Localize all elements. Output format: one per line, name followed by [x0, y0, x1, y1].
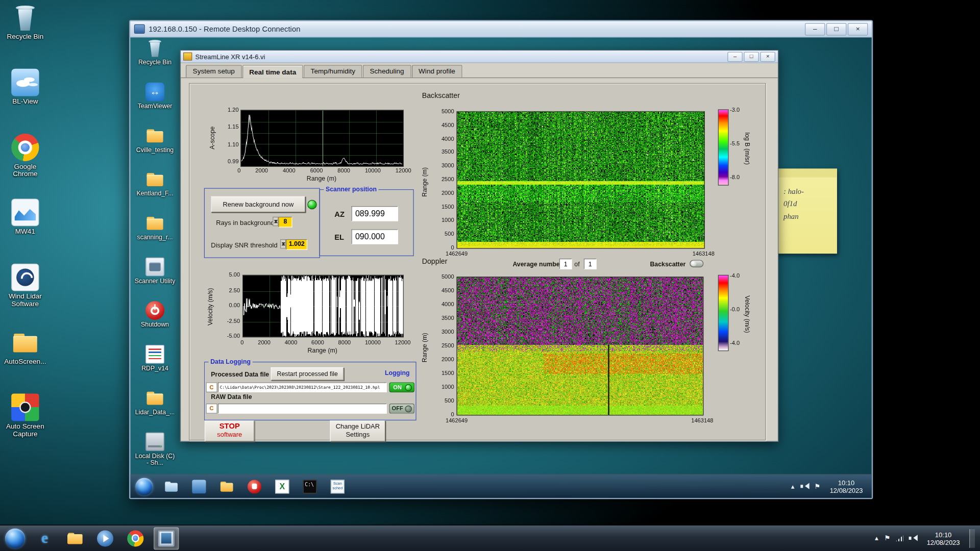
az-field[interactable]: 089.999: [352, 206, 398, 221]
rdp-maximize-button[interactable]: □: [826, 23, 846, 35]
desktop-icon[interactable]: Auto Screen Capture: [1, 393, 49, 458]
rdp-titlebar[interactable]: 192.168.0.150 - Remote Desktop Connectio…: [130, 21, 871, 38]
rdp-client-area: Recycle Bin TeamViewer Cville_testing: [130, 37, 871, 497]
desktop-icon[interactable]: MW41: [1, 198, 49, 263]
desktop-icon-label: AutoScreen...: [1, 357, 49, 365]
scan-scheduler[interactable]: [327, 477, 348, 496]
data-logging-panel: Data Logging Processed Data file Restart…: [204, 362, 416, 420]
desktop-icon-label: Scanner Utility: [134, 278, 176, 284]
change-lidar-settings-button[interactable]: Change LiDAR Settings: [330, 420, 386, 442]
start-button[interactable]: [5, 528, 25, 548]
desktop-icon[interactable]: scanning_r...: [134, 214, 176, 258]
desktop-icon-image: [145, 345, 164, 364]
network-icon[interactable]: [896, 535, 903, 541]
desktop-icon-image: [145, 301, 164, 320]
folder[interactable]: [216, 477, 237, 496]
desktop-icon[interactable]: Wind Lidar Software: [1, 264, 49, 329]
of-count-field[interactable]: 1: [584, 259, 597, 269]
tab-wind-profile[interactable]: Wind profile: [411, 65, 462, 77]
app-maximize-button[interactable]: □: [744, 52, 759, 62]
restart-processed-file-button[interactable]: Restart processed file: [271, 367, 344, 381]
up-arrow-icon[interactable]: ▴: [791, 483, 795, 490]
axis-tick: 12000: [395, 339, 411, 345]
remote-start-button[interactable]: [135, 478, 153, 495]
desktop-icon[interactable]: RDP_v14: [134, 345, 176, 389]
stop-software-button[interactable]: STOP software: [205, 420, 254, 442]
backscatter-heatmap: [457, 111, 705, 248]
volume-icon[interactable]: [800, 483, 808, 490]
processed-path-field[interactable]: C:\Lidar\Data\Proc\2023\202308\20230812\…: [218, 382, 387, 392]
tab-temp-humidity[interactable]: Temp/humidity: [304, 65, 362, 77]
desktop-icon[interactable]: Recycle Bin: [134, 39, 176, 83]
tab-system-setup[interactable]: System setup: [186, 65, 241, 77]
processed-drive-selector[interactable]: C: [206, 382, 217, 392]
windows-explorer[interactable]: [161, 477, 182, 496]
desktop-icon[interactable]: Local Disk (C) - Sh...: [134, 432, 176, 476]
velocity-plot: [242, 275, 404, 337]
rays-value-field[interactable]: 8: [278, 217, 292, 228]
desktop-icon[interactable]: Kentland_F...: [134, 170, 176, 214]
desktop-icon[interactable]: BL-View: [1, 69, 49, 134]
desktop-icon[interactable]: Cville_testing: [134, 126, 176, 170]
el-field[interactable]: 090.000: [352, 229, 398, 244]
doppler-x-end: 1463148: [680, 417, 724, 423]
backscatter-colorbar: [718, 109, 729, 185]
axis-tick: 2.50: [229, 287, 240, 293]
tab-scheduling[interactable]: Scheduling: [363, 65, 411, 77]
remote-app[interactable]: [188, 477, 210, 496]
rays-spinner[interactable]: [273, 217, 278, 226]
app-titlebar[interactable]: StreamLine XR v14-6.vi – □ ×: [181, 51, 778, 63]
renew-background-button[interactable]: Renew background now: [211, 196, 305, 212]
raw-path-field[interactable]: [218, 404, 387, 414]
raw-drive-selector[interactable]: C: [206, 404, 217, 414]
internet-explorer-icon[interactable]: [33, 528, 57, 549]
desktop-icon[interactable]: Google Chrome: [1, 134, 49, 198]
app-close-button[interactable]: ×: [760, 52, 775, 62]
doppler-colorbar-label: Velocity (m/s): [743, 273, 752, 355]
az-label: AZ: [334, 210, 345, 218]
axis-tick: 3500: [442, 315, 454, 321]
flag-icon[interactable]: ⚑: [884, 535, 890, 541]
desktop-icon[interactable]: Recycle Bin: [1, 4, 49, 68]
taskbar-clock[interactable]: 10:10 12/08/2023: [923, 531, 964, 545]
system-tray: ▴ ⚑ 10:10 12/08/2023: [875, 529, 975, 548]
app-window: StreamLine XR v14-6.vi – □ × System setu…: [180, 50, 778, 442]
processed-logging-toggle[interactable]: ON: [389, 382, 414, 392]
show-desktop-button[interactable]: [969, 529, 975, 548]
taskbar-apps: [33, 527, 179, 549]
terminal[interactable]: [299, 477, 321, 496]
shutdown-app[interactable]: [244, 477, 265, 496]
media-player-icon[interactable]: [93, 528, 117, 549]
up-arrow-icon[interactable]: ▴: [875, 535, 878, 541]
desktop-icon[interactable]: AutoScreen...: [1, 329, 49, 393]
remote-tray: ▴ ⚑ 10:10 12/08/2023: [791, 479, 867, 494]
grid-app[interactable]: [272, 477, 293, 496]
snr-spinner[interactable]: [280, 239, 286, 248]
flag-icon[interactable]: ⚑: [814, 483, 820, 490]
axis-tick: 2500: [442, 176, 454, 182]
volume-icon[interactable]: [909, 535, 917, 541]
windows-explorer-icon[interactable]: [63, 528, 87, 549]
axis-tick: 0: [240, 339, 243, 345]
remote-desktop-icon[interactable]: [154, 527, 179, 549]
axis-tick: -2.50: [227, 318, 240, 324]
desktop-icon[interactable]: Shutdown: [134, 301, 176, 345]
backscatter-display-toggle[interactable]: [690, 260, 703, 267]
desktop-icon[interactable]: Lidar_Data_...: [134, 389, 176, 433]
axis-tick: 4000: [285, 339, 298, 345]
ascope-y-ticks: 1.201.151.100.99: [216, 107, 238, 164]
rdp-close-button[interactable]: ×: [848, 23, 868, 35]
axis-tick: 500: [445, 397, 454, 404]
remote-taskbar-clock[interactable]: 10:10 12/08/2023: [826, 479, 867, 494]
app-minimize-button[interactable]: –: [727, 52, 743, 62]
rays-label: Rays in background: [216, 219, 275, 227]
desktop-icon[interactable]: TeamViewer: [134, 83, 176, 127]
doppler-y-axis-label: Range (m): [420, 319, 429, 375]
snr-value-field[interactable]: 1.002: [286, 239, 307, 250]
average-number-field[interactable]: 1: [559, 259, 572, 269]
chrome-icon[interactable]: [124, 528, 148, 549]
rdp-minimize-button[interactable]: –: [805, 23, 825, 35]
raw-logging-toggle[interactable]: OFF: [389, 404, 414, 414]
desktop-icon[interactable]: Scanner Utility: [134, 257, 176, 301]
tab-real-time-data[interactable]: Real time data: [242, 65, 303, 78]
